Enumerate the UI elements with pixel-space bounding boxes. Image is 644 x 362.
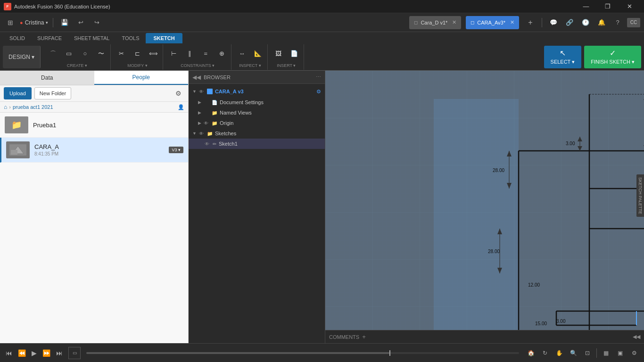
share-icon[interactable]: 🔗 [563, 16, 576, 29]
username: Cristina [25, 19, 44, 26]
ribbon-group-create: ⌒ ▭ ○ 〜 CREATE ▾ [43, 44, 111, 70]
tree-item-doc-settings[interactable]: ▶ 👁 📄 Document Settings [189, 97, 325, 107]
clock-icon[interactable]: 🕐 [579, 16, 592, 29]
settings-icon[interactable]: ⚙ [172, 87, 184, 99]
view-pan-icon[interactable]: ✋ [553, 347, 565, 359]
view-zoomfit-icon[interactable]: ⊡ [581, 347, 594, 359]
user-section[interactable]: ● Cristina ▾ [20, 19, 48, 26]
doc-tab-cara-d-close[interactable]: ✕ [452, 19, 456, 25]
sketch-palette-tab[interactable]: SKETCH PALETTE [636, 174, 644, 217]
doc-tab-cara-d[interactable]: ◻ Cara_D v1* ✕ [409, 16, 461, 29]
doc-tab-cara-a-close[interactable]: ✕ [510, 19, 514, 25]
timeline-handle[interactable] [389, 350, 390, 356]
tree-chevron: ▶ [198, 100, 201, 105]
tab-data[interactable]: Data [0, 71, 94, 85]
tree-item-origin[interactable]: ▶ 👁 📁 Origin [189, 118, 325, 128]
upload-button[interactable]: Upload [4, 87, 32, 99]
view-orbit-icon[interactable]: ↻ [539, 347, 551, 359]
view-home-icon[interactable]: 🏠 [525, 347, 537, 359]
tab-surface[interactable]: SURFACE [32, 33, 67, 43]
tree-eye-icon[interactable]: 👁 [204, 121, 208, 126]
insert-buttons: 🖼 📄 [271, 46, 302, 61]
canvas-area[interactable]: 3.00 28.00 3.00 28.00 [325, 71, 644, 330]
inspect-label: INSPECT ▾ [239, 63, 261, 68]
list-item[interactable]: CARA_A 8:41:35 PM V3 ▾ [0, 138, 188, 163]
part-icon [6, 141, 30, 158]
new-folder-button[interactable]: New Folder [34, 87, 71, 99]
measure-button[interactable]: 📐 [250, 46, 265, 61]
perpendicular-button[interactable]: ⊢ [166, 46, 181, 61]
tab-tools[interactable]: TOOLS [116, 33, 145, 43]
mirror-button[interactable]: ⟺ [146, 46, 161, 61]
timeline-forward-button[interactable]: ⏩ [41, 347, 52, 359]
new-tab-button[interactable]: + [524, 16, 537, 29]
display-mode-icon[interactable]: ▦ [600, 347, 612, 359]
settings-timeline-icon[interactable]: ⚙ [628, 347, 640, 359]
tree-item-named-views[interactable]: ▶ 👁 📁 Named Views [189, 107, 325, 118]
doc-tab-cara-a-label: CARA_Av3* [477, 20, 505, 25]
finish-sketch-button[interactable]: ✓ FINISH SKETCH ▾ [584, 46, 641, 68]
tree-eye-icon[interactable]: 👁 [199, 89, 204, 94]
share-icon-breadcrumb[interactable]: 👤 [178, 104, 184, 110]
tab-solid[interactable]: SOLID [4, 33, 31, 43]
tab-people[interactable]: People [94, 71, 189, 85]
fix-button[interactable]: ⊕ [214, 46, 229, 61]
comments-icon[interactable]: 💬 [547, 16, 560, 29]
redo-button[interactable]: ↪ [90, 16, 103, 29]
select-button[interactable]: ↖ SELECT ▾ [544, 46, 582, 68]
close-button[interactable]: ✕ [619, 0, 640, 13]
browser-menu-icon[interactable]: ⋯ [316, 74, 321, 80]
timeline-start-button[interactable]: ⏮ [4, 347, 14, 359]
ribbon-group-modify: ✂ ⊏ ⟺ MODIFY ▾ [112, 44, 163, 70]
timeline-bar: ⏮ ⏪ ▶ ⏩ ⏭ ▭ 🏠 ↻ ✋ 🔍 ⊡ ▦ ▣ ⚙ [0, 343, 644, 362]
tree-item-root[interactable]: ▼ 👁 CARA_A v3 ⚙ [189, 86, 325, 97]
tree-doc-settings-icon[interactable]: ⚙ [316, 89, 321, 95]
timeline-play-button[interactable]: ▶ [30, 347, 39, 359]
visual-style-icon[interactable]: ▣ [614, 347, 626, 359]
rect-button[interactable]: ▭ [61, 46, 76, 61]
insert-image-button[interactable]: 🖼 [271, 46, 286, 61]
tab-sheet-metal[interactable]: SHEET METAL [68, 33, 115, 43]
tree-item-sketches[interactable]: ▼ 👁 📁 Sketches [189, 128, 325, 139]
bell-icon[interactable]: 🔔 [595, 16, 608, 29]
restore-button[interactable]: ❐ [597, 0, 619, 13]
equal-button[interactable]: = [198, 46, 213, 61]
doc-tab-cara-a[interactable]: ◻ CARA_Av3* ✕ [466, 16, 519, 29]
add-comment-icon[interactable]: + [362, 333, 366, 340]
timeline-end-button[interactable]: ⏭ [54, 347, 65, 359]
ribbon: DESIGN ▾ ⌒ ▭ ○ 〜 CREATE ▾ ✂ ⊏ ⟺ MODIFY ▾… [0, 43, 644, 71]
design-button[interactable]: DESIGN ▾ [3, 46, 41, 68]
undo-button[interactable]: ↩ [74, 16, 87, 29]
tree-eye-icon[interactable]: 👁 [204, 110, 208, 115]
arc-button[interactable]: ⌒ [45, 46, 60, 61]
list-item[interactable]: 📁 Prueba1 [0, 113, 188, 138]
tree-eye-icon[interactable]: 👁 [204, 100, 208, 105]
minimize-button[interactable]: — [575, 0, 597, 13]
tab-sketch[interactable]: SKETCH [146, 33, 182, 43]
spline-button[interactable]: 〜 [93, 46, 108, 61]
finish-sketch-icon: ✓ [610, 49, 616, 58]
dimension-button[interactable]: ↔ [234, 46, 249, 61]
tree-eye-icon[interactable]: 👁 [199, 131, 204, 136]
breadcrumb-separator: › [9, 104, 11, 110]
browser-collapse-icon[interactable]: ◀◀ [192, 74, 201, 81]
offset-button[interactable]: ⊏ [130, 46, 145, 61]
version-badge[interactable]: V3 ▾ [169, 147, 183, 153]
breadcrumb-project[interactable]: prueba act1 2021 [13, 104, 53, 110]
timeline-track [86, 352, 519, 354]
comments-collapse-icon[interactable]: ◀◀ [633, 334, 640, 340]
parallel-button[interactable]: ∥ [182, 46, 197, 61]
tree-chevron: ▶ [198, 121, 201, 125]
view-zoom-icon[interactable]: 🔍 [567, 347, 579, 359]
insert-dxf-button[interactable]: 📄 [287, 46, 302, 61]
trim-button[interactable]: ✂ [114, 46, 129, 61]
tree-item-sketch1[interactable]: 👁 ✏ Sketch1 [189, 139, 325, 149]
breadcrumb-home-icon[interactable]: ⌂ [4, 104, 7, 110]
timeline-frame-selector[interactable]: ▭ [68, 347, 81, 359]
grid-menu-icon[interactable]: ⊞ [4, 16, 17, 29]
tree-eye-icon[interactable]: 👁 [205, 141, 209, 147]
save-button[interactable]: 💾 [58, 16, 71, 29]
timeline-back-button[interactable]: ⏪ [16, 347, 28, 359]
circle-button[interactable]: ○ [77, 46, 92, 61]
help-icon[interactable]: ? [611, 16, 624, 29]
